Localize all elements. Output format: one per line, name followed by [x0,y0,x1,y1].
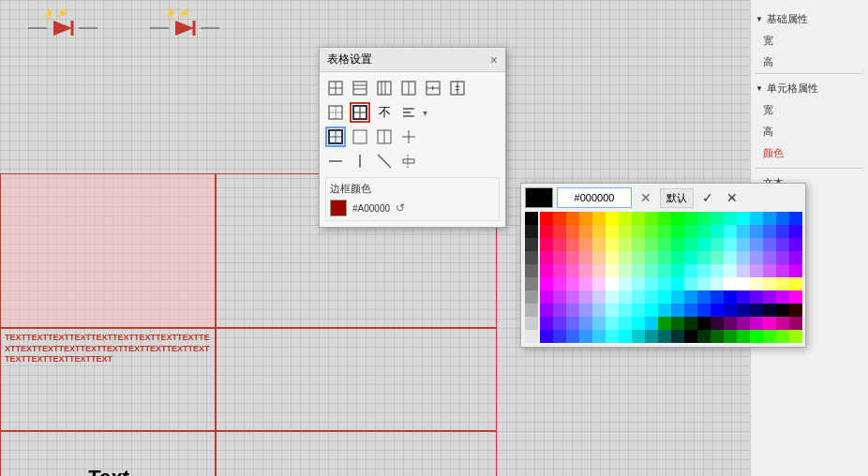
palette-cell[interactable] [606,290,619,304]
palette-cell[interactable] [763,264,776,277]
palette-cell[interactable] [684,304,697,317]
palette-cell[interactable] [606,277,619,290]
palette-cell[interactable] [619,330,632,343]
palette-cell[interactable] [763,251,776,264]
palette-cell[interactable] [671,238,684,251]
palette-cell[interactable] [632,264,645,277]
palette-cell[interactable] [592,264,606,277]
palette-cell[interactable] [619,212,632,225]
palette-cell[interactable] [789,264,802,277]
palette-cell[interactable] [724,317,737,330]
palette-cell[interactable] [566,225,579,238]
border-icon-3[interactable] [374,126,395,147]
palette-cell[interactable] [632,212,645,225]
palette-cell[interactable] [645,251,658,264]
palette-cell[interactable] [763,212,776,225]
palette-cell[interactable] [697,212,711,225]
palette-cell[interactable] [737,238,750,251]
palette-cell[interactable] [658,212,671,225]
border-icon-4[interactable] [398,126,419,147]
palette-cell[interactable] [697,317,711,330]
palette-cell[interactable] [763,290,776,304]
palette-cell[interactable] [684,277,697,290]
palette-cell[interactable] [671,277,684,290]
gray-5[interactable] [525,277,538,290]
palette-cell[interactable] [592,277,606,290]
palette-cell[interactable] [645,317,658,330]
palette-cell[interactable] [737,225,750,238]
gray-7[interactable] [525,304,538,317]
icon-align[interactable] [398,102,419,123]
palette-cell[interactable] [776,264,789,277]
palette-cell[interactable] [579,290,592,304]
palette-cell[interactable] [645,238,658,251]
palette-cell[interactable] [632,330,645,343]
color-confirm-button[interactable]: ✓ [697,187,718,208]
palette-cell[interactable] [750,317,763,330]
palette-cell[interactable] [789,304,802,317]
border-icon-6[interactable] [350,151,370,171]
palette-cell[interactable] [645,225,658,238]
gray-4[interactable] [525,264,538,277]
palette-cell[interactable] [776,304,789,317]
palette-cell[interactable] [645,277,658,290]
palette-cell[interactable] [750,330,763,343]
palette-cell[interactable] [711,277,724,290]
color-cancel-button[interactable]: ✕ [722,187,742,208]
palette-cell[interactable] [724,330,737,343]
palette-cell[interactable] [566,264,579,277]
palette-cell[interactable] [619,225,632,238]
palette-cell[interactable] [658,264,671,277]
palette-cell[interactable] [658,304,671,317]
palette-cell[interactable] [579,304,592,317]
palette-cell[interactable] [776,330,789,343]
palette-cell[interactable] [619,251,632,264]
palette-cell[interactable] [592,251,606,264]
gray-1[interactable] [525,225,538,238]
palette-cell[interactable] [658,225,671,238]
palette-cell[interactable] [566,330,579,343]
palette-cell[interactable] [566,290,579,304]
palette-cell[interactable] [645,264,658,277]
palette-cell[interactable] [592,290,606,304]
refresh-icon[interactable]: ↺ [396,201,405,215]
palette-cell[interactable] [606,238,619,251]
palette-cell[interactable] [632,304,645,317]
palette-cell[interactable] [750,277,763,290]
palette-cell[interactable] [540,330,553,343]
palette-cell[interactable] [763,330,776,343]
palette-cell[interactable] [750,212,763,225]
palette-cell[interactable] [671,225,684,238]
palette-cell[interactable] [632,317,645,330]
palette-cell[interactable] [619,264,632,277]
palette-cell[interactable] [789,290,802,304]
palette-cell[interactable] [776,251,789,264]
palette-cell[interactable] [776,317,789,330]
palette-cell[interactable] [711,290,724,304]
palette-cell[interactable] [776,277,789,290]
palette-cell[interactable] [619,277,632,290]
palette-cell[interactable] [553,264,566,277]
palette-cell[interactable] [684,212,697,225]
palette-cell[interactable] [750,290,763,304]
palette-cell[interactable] [684,251,697,264]
palette-cell[interactable] [540,225,553,238]
palette-cell[interactable] [724,264,737,277]
palette-cell[interactable] [697,251,711,264]
palette-cell[interactable] [697,304,711,317]
palette-cell[interactable] [684,330,697,343]
palette-cell[interactable] [684,225,697,238]
icon-table-split[interactable] [447,78,468,98]
palette-cell[interactable] [737,317,750,330]
palette-cell[interactable] [566,317,579,330]
palette-cell[interactable] [711,264,724,277]
palette-cell[interactable] [566,304,579,317]
palette-cell[interactable] [658,330,671,343]
palette-cell[interactable] [540,317,553,330]
palette-cell[interactable] [632,290,645,304]
palette-cell[interactable] [566,212,579,225]
palette-cell[interactable] [763,238,776,251]
palette-cell[interactable] [737,304,750,317]
palette-cell[interactable] [789,277,802,290]
palette-cell[interactable] [724,225,737,238]
